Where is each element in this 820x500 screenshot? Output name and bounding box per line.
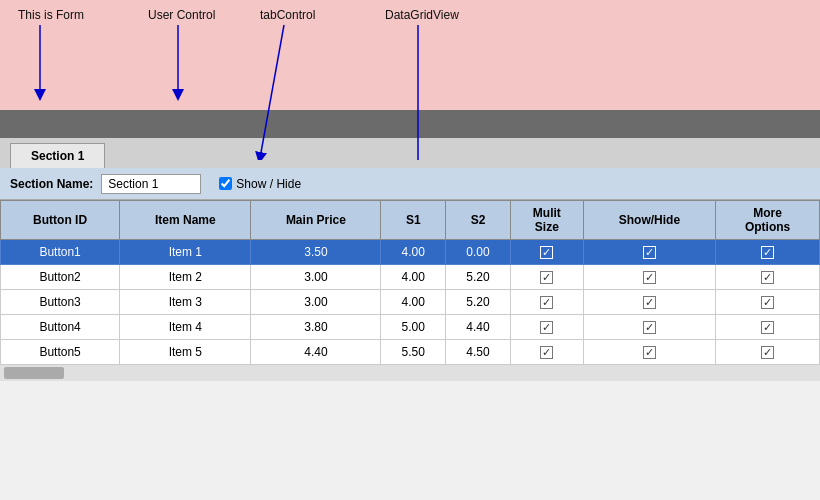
table-checkbox[interactable]: [761, 271, 774, 284]
annotation-tabcontrol-label: tabControl: [260, 8, 315, 22]
annotation-form-label: This is Form: [18, 8, 84, 22]
show-hide-checkbox[interactable]: [219, 177, 232, 190]
tab-section1[interactable]: Section 1: [10, 143, 105, 168]
checkbox-cell[interactable]: [510, 290, 583, 315]
table-header: Button ID Item Name Main Price S1 S2 Mul…: [1, 201, 820, 240]
form-area: This is Form User Control tabControl Dat…: [0, 0, 820, 110]
col-header-more-options: MoreOptions: [716, 201, 820, 240]
checkbox-cell[interactable]: [510, 240, 583, 265]
table-checkbox[interactable]: [643, 321, 656, 334]
table-checkbox[interactable]: [643, 246, 656, 259]
table-row[interactable]: Button3Item 33.004.005.20: [1, 290, 820, 315]
data-table: Button ID Item Name Main Price S1 S2 Mul…: [0, 200, 820, 365]
col-header-multi-size: MulitSize: [510, 201, 583, 240]
checkbox-cell[interactable]: [583, 265, 715, 290]
checkbox-cell[interactable]: [583, 290, 715, 315]
section-name-label: Section Name:: [10, 177, 93, 191]
checkbox-cell[interactable]: [583, 340, 715, 365]
datagrid-wrapper: Button ID Item Name Main Price S1 S2 Mul…: [0, 200, 820, 500]
checkbox-cell[interactable]: [716, 290, 820, 315]
tab-control-area: Section 1: [0, 138, 820, 168]
table-row[interactable]: Button5Item 54.405.504.50: [1, 340, 820, 365]
checkbox-cell[interactable]: [583, 315, 715, 340]
table-checkbox[interactable]: [761, 296, 774, 309]
horizontal-scrollbar[interactable]: [0, 365, 820, 381]
show-hide-label: Show / Hide: [236, 177, 301, 191]
section-name-bar: Section Name: Show / Hide: [0, 168, 820, 200]
table-checkbox[interactable]: [761, 346, 774, 359]
checkbox-cell[interactable]: [510, 265, 583, 290]
checkbox-cell[interactable]: [716, 340, 820, 365]
table-row[interactable]: Button1Item 13.504.000.00: [1, 240, 820, 265]
col-header-item-name: Item Name: [120, 201, 251, 240]
col-header-show-hide: Show/Hide: [583, 201, 715, 240]
annotation-datagridview-label: DataGridView: [385, 8, 459, 22]
checkbox-cell[interactable]: [716, 315, 820, 340]
table-checkbox[interactable]: [540, 321, 553, 334]
table-checkbox[interactable]: [761, 321, 774, 334]
show-hide-checkbox-area: Show / Hide: [219, 177, 301, 191]
table-checkbox[interactable]: [540, 346, 553, 359]
table-checkbox[interactable]: [540, 296, 553, 309]
col-header-s2: S2: [446, 201, 511, 240]
table-checkbox[interactable]: [643, 296, 656, 309]
table-checkbox[interactable]: [761, 246, 774, 259]
col-header-s1: S1: [381, 201, 446, 240]
scrollbar-thumb[interactable]: [4, 367, 64, 379]
table-row[interactable]: Button4Item 43.805.004.40: [1, 315, 820, 340]
checkbox-cell[interactable]: [716, 240, 820, 265]
table-checkbox[interactable]: [643, 346, 656, 359]
gray-toolbar-bar: [0, 110, 820, 138]
annotation-usercontrol-label: User Control: [148, 8, 215, 22]
col-header-main-price: Main Price: [251, 201, 381, 240]
checkbox-cell[interactable]: [510, 340, 583, 365]
checkbox-cell[interactable]: [510, 315, 583, 340]
header-row: Button ID Item Name Main Price S1 S2 Mul…: [1, 201, 820, 240]
section-name-input[interactable]: [101, 174, 201, 194]
table-row[interactable]: Button2Item 23.004.005.20: [1, 265, 820, 290]
checkbox-cell[interactable]: [716, 265, 820, 290]
table-body: Button1Item 13.504.000.00Button2Item 23.…: [1, 240, 820, 365]
checkbox-cell[interactable]: [583, 240, 715, 265]
table-checkbox[interactable]: [643, 271, 656, 284]
table-checkbox[interactable]: [540, 271, 553, 284]
table-checkbox[interactable]: [540, 246, 553, 259]
col-header-button-id: Button ID: [1, 201, 120, 240]
